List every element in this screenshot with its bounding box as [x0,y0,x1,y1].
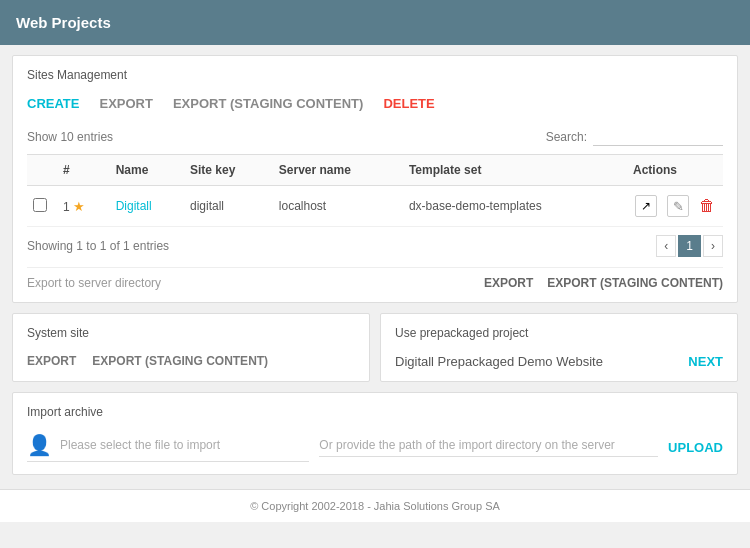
import-file-area: 👤 Please select the file to import [27,433,309,462]
table-controls: Show 10 entries Search: [27,127,723,146]
file-placeholder: Please select the file to import [60,438,220,452]
export-box-icon: ↗ [635,195,657,217]
pagination: ‹ 1 › [656,235,723,257]
system-export-button[interactable]: EXPORT [27,354,76,368]
delete-button[interactable]: DELETE [383,92,434,115]
search-wrapper: Search: [546,127,723,146]
col-checkbox [27,155,57,186]
current-page-button[interactable]: 1 [678,235,701,257]
export-button[interactable]: EXPORT [99,92,152,115]
row-actions-cell: ↗ ✎ 🗑 [627,186,723,227]
import-archive-section: Import archive 👤 Please select the file … [12,392,738,475]
col-sitekey: Site key [184,155,273,186]
star-icon: ★ [73,199,85,214]
sites-table: # Name Site key Server name Template set… [27,154,723,227]
prepackaged-name: Digitall Prepackaged Demo Website [395,354,603,369]
delete-row-button[interactable]: 🗑 [697,195,717,217]
path-placeholder: Or provide the path of the import direct… [319,438,614,452]
action-icons: ↗ ✎ 🗑 [633,193,717,219]
export-bar-export-button[interactable]: EXPORT [484,276,533,290]
system-export-staging-button[interactable]: EXPORT (STAGING CONTENT) [92,354,268,368]
edit-icon: ✎ [667,195,689,217]
system-site-buttons: EXPORT EXPORT (STAGING CONTENT) [27,354,355,368]
table-header-row: # Name Site key Server name Template set… [27,155,723,186]
export-staging-button[interactable]: EXPORT (STAGING CONTENT) [173,92,363,115]
col-name: Name [110,155,184,186]
show-entries: Show 10 entries [27,130,113,144]
entries-suffix: entries [77,130,113,144]
entries-count: 10 [60,130,73,144]
col-server: Server name [273,155,403,186]
row-id-cell: 1 ★ [57,186,110,227]
person-icon: 👤 [27,433,52,457]
next-button[interactable]: NEXT [688,354,723,369]
footer-copyright: © Copyright 2002-2018 - Jahia Solutions … [250,500,500,512]
two-col-row: System site EXPORT EXPORT (STAGING CONTE… [12,313,738,382]
upload-button[interactable]: UPLOAD [668,440,723,455]
next-page-button[interactable]: › [703,235,723,257]
export-bar-right: EXPORT EXPORT (STAGING CONTENT) [484,276,723,290]
create-button[interactable]: CREATE [27,92,79,115]
row-name-cell[interactable]: Digitall [110,186,184,227]
show-label: Show [27,130,57,144]
export-row-button[interactable]: ↗ [633,193,659,219]
row-template-cell: dx-base-demo-templates [403,186,627,227]
system-site-section: System site EXPORT EXPORT (STAGING CONTE… [12,313,370,382]
prepackaged-row: Digitall Prepackaged Demo Website NEXT [395,354,723,369]
prepackaged-title: Use prepackaged project [395,326,723,340]
export-to-server-label: Export to server directory [27,276,161,290]
col-template: Template set [403,155,627,186]
page-footer: © Copyright 2002-2018 - Jahia Solutions … [0,489,750,522]
import-row: 👤 Please select the file to import Or pr… [27,433,723,462]
col-actions: Actions [627,155,723,186]
page-title: Web Projects [16,14,111,31]
main-content: Sites Management CREATE EXPORT EXPORT (S… [0,45,750,485]
prepackaged-section: Use prepackaged project Digitall Prepack… [380,313,738,382]
sites-toolbar: CREATE EXPORT EXPORT (STAGING CONTENT) D… [27,92,723,115]
export-bar-staging-button[interactable]: EXPORT (STAGING CONTENT) [547,276,723,290]
search-input[interactable] [593,127,723,146]
system-site-title: System site [27,326,355,340]
row-sitekey-cell: digitall [184,186,273,227]
search-label: Search: [546,130,587,144]
export-bar: Export to server directory EXPORT EXPORT… [27,267,723,290]
trash-icon: 🗑 [699,197,715,215]
page-header: Web Projects [0,0,750,45]
edit-row-button[interactable]: ✎ [665,193,691,219]
sites-management-title: Sites Management [27,68,723,82]
row-id: 1 [63,200,70,214]
col-id: # [57,155,110,186]
row-checkbox[interactable] [33,198,47,212]
import-path-area: Or provide the path of the import direct… [319,438,658,457]
import-archive-title: Import archive [27,405,723,419]
table-footer: Showing 1 to 1 of 1 entries ‹ 1 › [27,235,723,257]
row-checkbox-cell [27,186,57,227]
table-row: 1 ★ Digitall digitall localhost dx-base-… [27,186,723,227]
row-server-cell: localhost [273,186,403,227]
sites-management-section: Sites Management CREATE EXPORT EXPORT (S… [12,55,738,303]
prev-page-button[interactable]: ‹ [656,235,676,257]
showing-text: Showing 1 to 1 of 1 entries [27,239,169,253]
